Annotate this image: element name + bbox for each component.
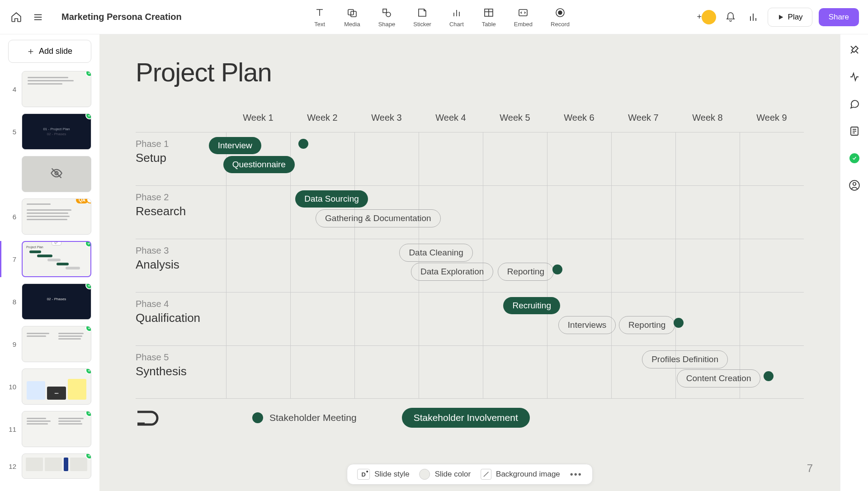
profile-icon[interactable] [846, 177, 863, 194]
legend: Stakeholder Meeting Stakeholder Involvem… [136, 399, 804, 428]
task-profiles-definition[interactable]: Profiles Definition [642, 350, 728, 368]
slide-thumb-row: 9 [8, 326, 91, 362]
task-gathering[interactable]: Gathering & Documentation [316, 209, 440, 227]
task-interviews[interactable]: Interviews [558, 316, 616, 334]
task-data-sourcing[interactable]: Data Sourcing [295, 190, 368, 208]
topbar-right: Play Share [702, 8, 859, 27]
task-reporting[interactable]: Reporting [498, 263, 554, 281]
week-label: Week 8 [675, 108, 740, 127]
page-number: 7 [807, 462, 813, 475]
slide-thumb-7[interactable]: Project Plan [22, 241, 91, 277]
slide-title[interactable]: Project Plan [136, 57, 804, 87]
week-label: Week 5 [483, 108, 547, 127]
task-data-exploration[interactable]: Data Exploration [411, 263, 493, 281]
tool-media[interactable]: Media [344, 6, 360, 28]
tool-table[interactable]: Table [482, 6, 496, 28]
phase-timeline: Recruiting Interviews Reporting [226, 293, 804, 345]
tool-chart[interactable]: Chart [449, 6, 464, 28]
plus-icon [27, 48, 34, 55]
play-button[interactable]: Play [768, 8, 812, 27]
background-image-button[interactable]: Background image [481, 469, 560, 480]
stakeholder-dot[interactable] [764, 371, 774, 381]
phase-timeline: Data Cleaning Data Exploration Reporting [226, 239, 804, 292]
slide-thumb-8[interactable]: 02 - Phases [22, 283, 91, 320]
tool-label: Record [551, 21, 570, 28]
task-reporting-2[interactable]: Reporting [619, 316, 675, 334]
task-recruiting[interactable]: Recruiting [503, 297, 560, 314]
add-slide-button[interactable]: Add slide [8, 40, 91, 63]
tool-sticker[interactable]: Sticker [413, 6, 431, 28]
comments-icon[interactable] [846, 96, 863, 112]
notes-icon[interactable] [846, 123, 863, 139]
phase-number: Phase 4 [136, 299, 226, 309]
phase-timeline: Profiles Definition Content Creation [226, 346, 804, 398]
project-plan-grid: Week 1 Week 2 Week 3 Week 4 Week 5 Week … [136, 108, 804, 399]
add-collaborator-icon[interactable] [702, 10, 716, 24]
task-content-creation[interactable]: Content Creation [677, 369, 761, 387]
menu-icon[interactable] [32, 11, 44, 24]
svg-point-15 [558, 11, 562, 14]
slide-thumb-row: 10 ••• [8, 368, 91, 405]
task-interview[interactable]: Interview [209, 137, 261, 154]
legend-involvement: Stakeholder Involvement [402, 408, 530, 428]
slide-thumb-hidden[interactable] [22, 156, 91, 192]
document-title[interactable]: Marketing Persona Creation [61, 12, 182, 22]
slide-thumb-row: 8 02 - Phases [8, 283, 91, 320]
task-questionnaire[interactable]: Questionnaire [223, 156, 295, 173]
week-label: Week 9 [740, 108, 804, 127]
slide-thumb-9[interactable] [22, 326, 91, 362]
phase-label: Phase 2 Research [136, 186, 226, 239]
slide-number: 8 [8, 298, 16, 306]
tool-label: Sticker [413, 21, 431, 28]
slide-thumb-row: 11 [8, 411, 91, 447]
slide-canvas[interactable]: Project Plan Week 1 Week 2 Week 3 Week 4… [99, 34, 840, 491]
slide-thumb-row: 6 QA [8, 198, 91, 235]
animation-icon[interactable] [846, 69, 863, 85]
slide-thumb-4[interactable] [22, 71, 91, 107]
phase-name: Research [136, 204, 226, 218]
phase-name: Synthesis [136, 364, 226, 378]
week-label: Week 4 [419, 108, 483, 127]
slide-thumb-12[interactable] [22, 453, 91, 479]
tool-shape[interactable]: Shape [378, 6, 396, 28]
status-indicator[interactable] [846, 150, 863, 166]
tool-label: Text [314, 21, 325, 28]
slide-thumb-5[interactable]: 01 - Project Plan02 - Phases [22, 113, 91, 150]
tool-record[interactable]: Record [551, 6, 570, 28]
logo-icon [136, 409, 162, 427]
slide-style-button[interactable]: D Slide style [357, 469, 409, 480]
slide-thumb-10[interactable]: ••• [22, 368, 91, 405]
table-icon [482, 6, 495, 19]
slide-thumb-row [8, 156, 91, 192]
slide-thumb-6[interactable]: QA [22, 198, 91, 235]
svg-rect-5 [383, 9, 387, 13]
chart-icon [450, 6, 463, 19]
slide-color-button[interactable]: Slide color [420, 469, 471, 480]
more-options-icon[interactable]: ••• [570, 469, 582, 480]
home-icon[interactable] [9, 10, 24, 24]
slide-panel: Add slide 4 5 01 - Project Plan02 - Phas… [0, 34, 99, 491]
stakeholder-dot[interactable] [298, 139, 308, 149]
tool-embed[interactable]: Embed [514, 6, 533, 28]
analytics-icon[interactable] [745, 9, 761, 25]
slide-thumb-11[interactable] [22, 411, 91, 447]
slide-thumb-row: 7 Project Plan [0, 241, 91, 277]
slide-options-bar: D Slide style Slide color Background ima… [347, 464, 593, 485]
phase-row-synthesis: Phase 5 Synthesis Profiles Definition Co… [136, 345, 804, 399]
link-icon [52, 241, 61, 246]
media-icon [346, 6, 359, 19]
slide-thumb-row: 12 [8, 453, 91, 479]
hidden-icon [50, 167, 63, 181]
notifications-icon[interactable] [722, 9, 739, 25]
design-tools-icon[interactable] [846, 42, 863, 58]
task-data-cleaning[interactable]: Data Cleaning [399, 244, 472, 262]
tool-text[interactable]: Text [313, 6, 326, 28]
status-check-icon [849, 153, 859, 163]
qa-badge: QA [76, 198, 91, 203]
slide-number: 6 [8, 213, 16, 221]
tool-label: Chart [449, 21, 464, 28]
right-rail [840, 34, 868, 491]
share-button[interactable]: Share [819, 8, 859, 26]
stakeholder-dot[interactable] [552, 264, 562, 274]
style-chip: D [357, 469, 370, 480]
